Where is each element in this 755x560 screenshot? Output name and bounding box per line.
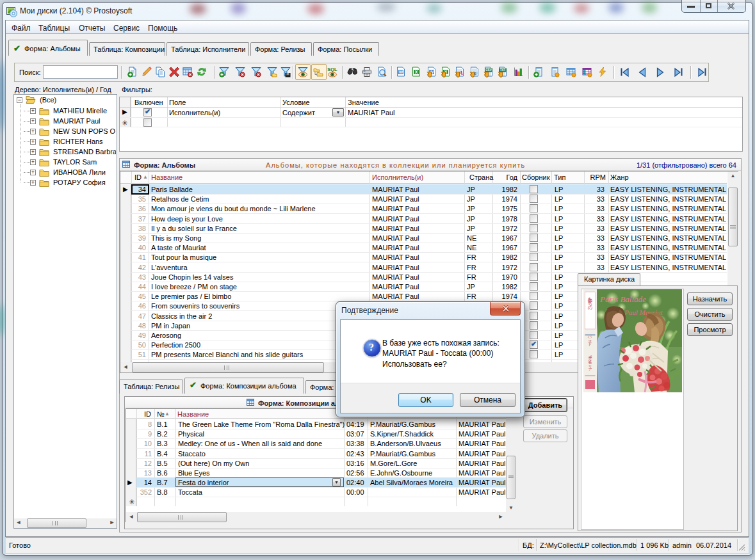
svg-text:Paris Ballade: Paris Ballade xyxy=(599,294,646,304)
svg-text:愛人たちの: 愛人たちの xyxy=(587,294,593,310)
svg-text:ポール・モーリア: ポール・モーリア xyxy=(588,352,592,371)
svg-text:SQL: SQL xyxy=(327,67,337,72)
